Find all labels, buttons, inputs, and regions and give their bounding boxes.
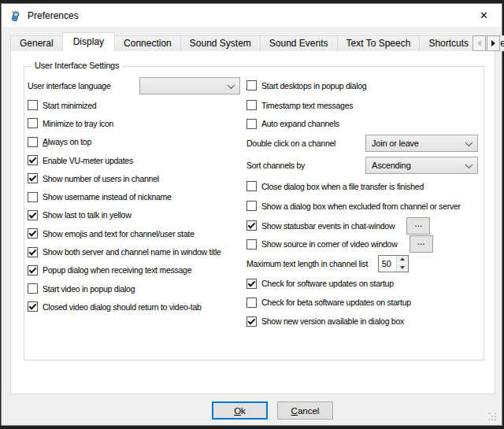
checkbox-row: Show new version available in dialog box: [246, 312, 478, 331]
video-source-more-button[interactable]: ...: [410, 235, 433, 253]
sort-channels-select[interactable]: Ascending: [365, 157, 478, 174]
statusbar-events-checkbox[interactable]: [246, 220, 257, 231]
tab-connection[interactable]: Connection: [114, 35, 181, 51]
checkbox-row: Popup dialog when receiving text message: [28, 261, 240, 279]
software-updates-checkbox[interactable]: [246, 279, 257, 289]
video-source-row: Show source in corner of video window ..…: [246, 235, 478, 253]
language-select[interactable]: [139, 77, 240, 94]
emojis-checkbox[interactable]: [28, 228, 38, 239]
auto-expand-checkbox[interactable]: [246, 119, 257, 129]
checkbox-row: Enable VU-meter updates: [28, 151, 240, 169]
checkbox-label: Show a dialog box when excluded from cha…: [261, 202, 461, 211]
checkbox-label: Close dialog box when a file transfer is…: [261, 182, 424, 191]
checkbox-row: Show both server and channel name in win…: [28, 242, 240, 261]
preferences-dialog: Preferences ✕ General Display Connection…: [1, 3, 502, 426]
checkbox-label: Show source in corner of video window: [261, 239, 397, 249]
chevron-down-icon: [465, 139, 473, 146]
checkbox-row: Check for beta software updates on start…: [246, 293, 478, 312]
max-text-length-spinner[interactable]: 50: [378, 255, 409, 272]
last-to-talk-checkbox[interactable]: [28, 210, 38, 220]
excluded-dialog-checkbox[interactable]: [246, 201, 257, 211]
server-channel-title-checkbox[interactable]: [28, 247, 38, 257]
tab-scroll-right-button[interactable]: [487, 35, 500, 51]
checkbox-row: Always on top: [28, 133, 240, 151]
start-minimized-checkbox[interactable]: [28, 100, 38, 110]
tab-sound-system[interactable]: Sound System: [180, 35, 261, 51]
screen: Preferences ✕ General Display Connection…: [0, 0, 504, 429]
spin-up-button[interactable]: [396, 256, 408, 264]
checkbox-label: Enable VU-meter updates: [43, 156, 133, 165]
max-text-length-value: 50: [379, 256, 396, 272]
tab-scroll-buttons: [472, 35, 500, 51]
checkbox-label: Start video in popup dialog: [43, 284, 135, 294]
group-title: User Interface Settings: [32, 61, 122, 70]
resize-grip[interactable]: [487, 412, 498, 422]
checkbox-label: Closed video dialog should return to vid…: [43, 302, 202, 312]
sort-channels-label: Sort channels by: [246, 161, 305, 170]
checkbox-label: Minimize to tray icon: [43, 119, 113, 128]
double-click-label: Double click on a channel: [246, 139, 335, 148]
title-bar[interactable]: Preferences ✕: [2, 4, 502, 27]
cancel-button-label: Cancel: [291, 406, 320, 416]
checkbox-row: Timestamp text messages: [246, 95, 478, 115]
video-popup-checkbox[interactable]: [28, 283, 38, 294]
display-tab-panel: User Interface Settings User interface l…: [10, 50, 495, 394]
max-text-length-label: Maximum text length in channel list: [246, 259, 368, 268]
checkbox-row: Start video in popup dialog: [28, 279, 240, 298]
checkbox-row: Start minimized: [28, 96, 240, 114]
chevron-down-icon: [465, 161, 473, 168]
double-click-select[interactable]: Join or leave: [365, 135, 478, 152]
window-title: Preferences: [28, 10, 79, 21]
show-user-count-checkbox[interactable]: [28, 173, 38, 183]
new-version-dialog-checkbox[interactable]: [246, 316, 257, 327]
close-button[interactable]: ✕: [466, 4, 502, 27]
beta-updates-checkbox[interactable]: [246, 298, 257, 308]
checkbox-label: Show emojis and text for channel/user st…: [43, 229, 194, 239]
checkbox-row: Start desktops in popup dialog: [246, 76, 478, 95]
sort-channels-row: Sort channels by Ascending: [246, 154, 478, 176]
tab-text-to-speech[interactable]: Text To Speech: [337, 35, 421, 51]
cancel-button[interactable]: Cancel: [277, 401, 333, 420]
timestamp-checkbox[interactable]: [246, 100, 257, 110]
tab-shortcuts[interactable]: Shortcuts: [419, 35, 478, 51]
vu-meter-checkbox[interactable]: [28, 155, 38, 165]
ok-button-label: Ok: [234, 406, 246, 416]
spin-down-button[interactable]: [396, 264, 408, 272]
close-on-transfer-checkbox[interactable]: [246, 181, 257, 191]
language-row: User interface language: [28, 76, 240, 96]
statusbar-events-more-button[interactable]: ...: [406, 217, 430, 235]
tab-sound-events[interactable]: Sound Events: [260, 35, 338, 51]
spin-down-icon: [400, 266, 405, 269]
checkbox-label: Show last to talk in yellow: [43, 210, 132, 220]
checkbox-label: Start desktops in popup dialog: [261, 81, 366, 91]
ok-button[interactable]: Ok: [212, 401, 268, 420]
checkbox-label: Timestamp text messages: [261, 101, 353, 110]
tab-bar: General Display Connection Sound System …: [10, 32, 504, 51]
always-on-top-checkbox[interactable]: [28, 137, 38, 147]
double-click-row: Double click on a channel Join or leave: [246, 132, 478, 154]
checkbox-label: Check for software updates on startup: [261, 279, 394, 288]
checkbox-row: Minimize to tray icon: [28, 114, 240, 132]
sort-channels-value: Ascending: [372, 161, 411, 170]
left-settings-column: User interface language Start minimized …: [28, 76, 240, 316]
show-username-checkbox[interactable]: [28, 192, 38, 202]
popup-text-message-checkbox[interactable]: [28, 265, 38, 276]
video-source-checkbox[interactable]: [246, 239, 257, 250]
checkbox-row: Show emojis and text for channel/user st…: [28, 224, 240, 242]
scroll-left-icon: [477, 40, 481, 46]
checkbox-label: Show username instead of nickname: [43, 192, 172, 202]
desktops-popup-checkbox[interactable]: [246, 80, 257, 91]
minimize-to-tray-checkbox[interactable]: [28, 118, 38, 128]
checkbox-row: Show a dialog box when excluded from cha…: [246, 196, 478, 216]
close-icon: ✕: [480, 9, 488, 21]
spinner-buttons: [396, 256, 408, 272]
checkbox-label: Show both server and channel name in win…: [43, 247, 221, 257]
tab-general[interactable]: General: [10, 35, 63, 51]
scroll-right-icon: [491, 40, 495, 46]
checkbox-row: Show username instead of nickname: [28, 187, 240, 205]
tab-display[interactable]: Display: [62, 32, 115, 51]
double-click-value: Join or leave: [372, 139, 419, 148]
tab-scroll-left-button[interactable]: [472, 35, 486, 51]
closed-video-return-checkbox[interactable]: [28, 301, 38, 312]
checkbox-row: Show number of users in channel: [28, 169, 240, 187]
